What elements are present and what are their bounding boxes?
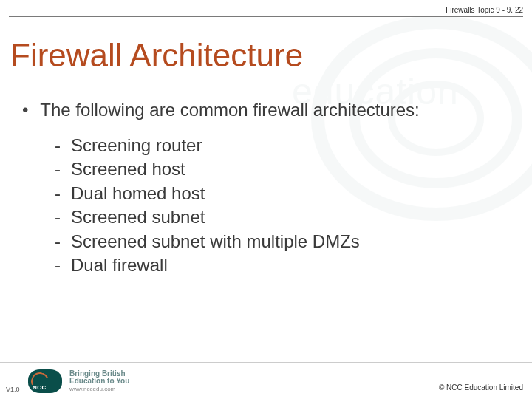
slide-title: Firewall Architecture: [10, 37, 303, 74]
list-item-text: Screened host: [71, 157, 185, 181]
list-item-text: Screening router: [71, 134, 202, 157]
slide-body: • The following are common firewall arch…: [22, 100, 517, 277]
dash-icon: -: [55, 230, 71, 253]
list-item: - Screened subnet with multiple DMZs: [55, 230, 517, 253]
dash-icon: -: [55, 182, 71, 205]
tagline-line-2: Education to You: [69, 378, 129, 386]
list-item: - Screening router: [55, 134, 517, 157]
dash-icon: -: [55, 205, 71, 229]
list-item: - Dual firewall: [55, 253, 517, 277]
list-item: - Screened host: [55, 157, 517, 181]
slide-footer: V1.0 NCC Bringing British Education to Y…: [0, 362, 532, 399]
dash-icon: -: [55, 157, 71, 181]
architecture-list: - Screening router - Screened host - Dua…: [55, 134, 517, 277]
header-divider: [9, 16, 523, 17]
list-item: - Screened subnet: [55, 205, 517, 229]
intro-line: • The following are common firewall arch…: [22, 100, 517, 120]
list-item-text: Screened subnet with multiple DMZs: [71, 230, 360, 253]
footer-logo-block: NCC Bringing British Education to You ww…: [28, 369, 129, 393]
bullet-icon: •: [22, 100, 35, 120]
logo-badge-text: NCC: [33, 384, 47, 391]
copyright-text: © NCC Education Limited: [439, 383, 523, 392]
dash-icon: -: [55, 134, 71, 157]
tagline-url: www.nccedu.com: [69, 386, 129, 392]
list-item-text: Dual homed host: [71, 182, 205, 205]
list-item-text: Screened subnet: [71, 205, 205, 229]
version-label: V1.0: [6, 386, 20, 393]
list-item-text: Dual firewall: [71, 253, 168, 277]
list-item: - Dual homed host: [55, 182, 517, 205]
footer-tagline: Bringing British Education to You www.nc…: [69, 370, 129, 392]
intro-text: The following are common firewall archit…: [40, 100, 420, 120]
slide-topic-label: Firewalls Topic 9 - 9. 22: [446, 6, 523, 14]
footer-divider: [0, 362, 532, 363]
ncc-logo-icon: NCC: [28, 369, 62, 393]
dash-icon: -: [55, 253, 71, 277]
